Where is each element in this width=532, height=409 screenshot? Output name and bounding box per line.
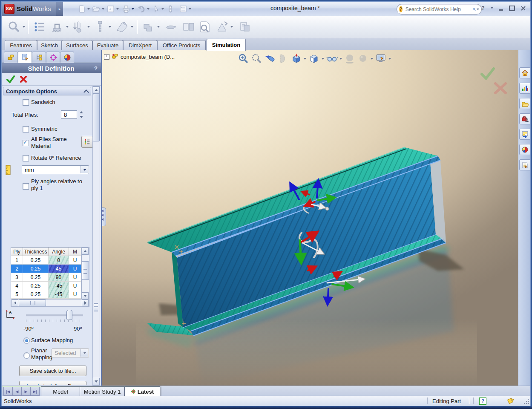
display-manager-tab[interactable] [60, 52, 74, 63]
open-caret[interactable] [102, 8, 104, 10]
zoom-to-area-icon[interactable] [251, 53, 262, 64]
panel-scroll-thumb[interactable] [93, 94, 100, 141]
symmetric-checkbox[interactable] [23, 126, 29, 132]
open-icon[interactable] [92, 5, 101, 13]
new-caret[interactable] [87, 8, 90, 10]
menu-expand-arrow[interactable]: ▸ [56, 2, 63, 16]
table-cell-angle[interactable]: 90 [49, 273, 69, 281]
all-plies-same-material-checkbox[interactable] [23, 140, 29, 146]
hide-show-items-icon[interactable] [326, 53, 338, 64]
table-cell-thickness[interactable]: 0.25 [23, 256, 49, 264]
display-style-caret[interactable] [322, 53, 325, 64]
configuration-manager-tab[interactable] [32, 52, 46, 63]
table-row[interactable]: 50.25-45U [11, 290, 81, 299]
ribbon-tab-simulation[interactable]: Simulation [207, 39, 246, 51]
total-plies-spinner[interactable] [79, 110, 85, 119]
ribbon-tab-features[interactable]: Features [5, 40, 37, 50]
design-insight-icon[interactable] [215, 20, 229, 34]
table-vertical-scrollbar[interactable] [81, 247, 89, 300]
angle-slider-track[interactable] [26, 314, 83, 316]
zoom-tool-icon[interactable] [7, 20, 21, 34]
panel-scrollbar[interactable] [92, 86, 100, 386]
ribbon-tab-sketch[interactable]: Sketch [37, 40, 62, 50]
column-header[interactable]: Thickness [23, 248, 49, 256]
fixtures-caret[interactable] [66, 26, 69, 28]
ribbon-tab-surfaces[interactable]: Surfaces [62, 40, 92, 50]
save-stack-button[interactable]: Save stack to file... [19, 366, 86, 376]
table-cell-material[interactable]: U [69, 256, 81, 264]
fixtures-icon[interactable] [51, 20, 64, 34]
help-search-box[interactable]: ? [397, 4, 482, 14]
table-row[interactable]: 30.2590U [11, 273, 81, 282]
shadows-icon[interactable] [344, 53, 356, 64]
panel-help-icon[interactable]: ? [94, 65, 98, 72]
study-details-icon[interactable] [33, 20, 46, 34]
table-row[interactable]: 40.25-45U [11, 282, 81, 290]
tree-expand-icon[interactable]: + [104, 54, 109, 60]
table-cell-thickness[interactable]: 0.25 [23, 290, 49, 298]
panel-splitter-grip[interactable] [94, 303, 98, 311]
appearances-caret[interactable] [371, 53, 374, 64]
file-explorer-button[interactable] [519, 98, 531, 109]
connections-caret[interactable] [109, 26, 111, 28]
table-cell-ply[interactable]: 1 [11, 256, 23, 264]
step-forward-button[interactable]: ▶ [21, 387, 31, 396]
view-orientation-icon[interactable] [290, 53, 302, 64]
previous-view-icon[interactable] [264, 53, 276, 64]
composite-beam-model[interactable] [102, 50, 518, 386]
column-header[interactable]: Angle [49, 248, 69, 256]
feature-manager-tab[interactable] [4, 52, 18, 63]
undo-icon[interactable] [137, 5, 146, 13]
ply-angles-relative-checkbox[interactable] [23, 183, 29, 190]
planar-mapping-radio[interactable] [23, 352, 30, 359]
go-to-start-button[interactable]: |◀ [3, 387, 13, 396]
table-cell-ply[interactable]: 3 [11, 273, 23, 281]
maximize-button[interactable] [509, 5, 515, 12]
panel-scroll-down[interactable] [93, 378, 100, 385]
rotate-reference-checkbox[interactable] [23, 155, 29, 161]
appearances-icon[interactable] [357, 53, 369, 64]
ribbon-tab-dimxpert[interactable]: DimXpert [123, 40, 157, 50]
make-drawing-icon[interactable] [106, 5, 115, 13]
graphics-viewport[interactable]: + composite_beam (D... [102, 50, 518, 386]
table-row[interactable]: 20.2545U [11, 265, 81, 273]
table-cell-thickness[interactable]: 0.25 [23, 265, 49, 273]
select-caret[interactable] [161, 8, 164, 10]
run-study-caret[interactable] [157, 26, 160, 28]
table-scroll-down[interactable] [82, 292, 89, 300]
ribbon-tab-office-products[interactable]: Office Products [157, 40, 206, 50]
load-stack-button[interactable]: Load stack from file... [19, 381, 86, 385]
planar-selection-combo[interactable]: Selected [52, 349, 89, 357]
options-icon[interactable] [178, 5, 188, 13]
custom-properties-button[interactable] [519, 159, 531, 170]
undo-caret[interactable] [147, 8, 150, 10]
ply-table[interactable]: PlyThicknessAngleM 10.250U20.2545U30.259… [11, 247, 81, 306]
planar-combo-arrow[interactable] [81, 349, 88, 357]
table-scroll-thumb[interactable] [82, 261, 89, 280]
table-cell-material[interactable]: U [69, 282, 81, 290]
confirmation-cancel-icon[interactable] [493, 82, 508, 96]
section-composite-options[interactable]: Composite Options [3, 87, 91, 95]
view-orientation-caret[interactable] [304, 53, 307, 64]
select-cursor-icon[interactable] [151, 5, 161, 13]
view-settings-caret[interactable] [388, 53, 391, 64]
model-tab[interactable]: Model [41, 386, 80, 396]
compare-results-icon[interactable] [182, 20, 196, 34]
motion-study-tab[interactable]: Motion Study 1 [80, 386, 125, 396]
panel-splitter-handle[interactable] [102, 207, 106, 226]
shell-manager-caret[interactable] [131, 26, 133, 28]
run-study-icon[interactable] [142, 20, 155, 34]
table-hscroll-thumb[interactable] [19, 300, 46, 306]
dimxpert-manager-tab[interactable] [46, 52, 60, 63]
new-document-icon[interactable] [77, 5, 86, 13]
minimize-button[interactable] [497, 5, 504, 12]
connections-icon[interactable] [93, 20, 107, 34]
table-cell-angle[interactable]: 0 [49, 256, 69, 264]
section-view-icon[interactable] [277, 53, 289, 64]
table-cell-ply[interactable]: 4 [11, 282, 23, 290]
ok-button[interactable] [6, 75, 15, 84]
design-insight-caret[interactable] [230, 26, 233, 28]
table-cell-material[interactable]: U [69, 290, 81, 298]
solidworks-resources-button[interactable] [519, 67, 531, 78]
table-scroll-right[interactable] [82, 300, 89, 306]
